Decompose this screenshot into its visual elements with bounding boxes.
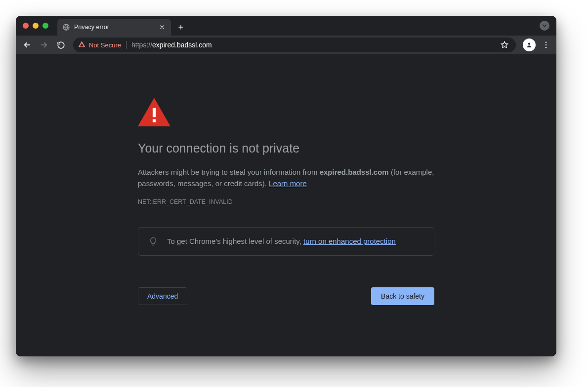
window-traffic-lights xyxy=(23,23,48,29)
globe-icon xyxy=(62,23,70,31)
url-separator: :// xyxy=(146,41,152,49)
svg-rect-1 xyxy=(82,44,82,45)
tab-title: Privacy error xyxy=(74,24,154,31)
svg-point-4 xyxy=(546,41,547,43)
warning-triangle-icon xyxy=(78,40,85,49)
window-zoom-button[interactable] xyxy=(42,23,48,29)
body-pre: Attackers might be trying to steal your … xyxy=(138,168,320,176)
svg-point-3 xyxy=(528,43,530,45)
browser-window: Privacy error xyxy=(16,16,556,356)
learn-more-link[interactable]: Learn more xyxy=(269,179,307,188)
error-code: NET::ERR_CERT_DATE_INVALID xyxy=(138,198,434,205)
large-warning-triangle-icon xyxy=(138,98,170,126)
page-title: Your connection is not private xyxy=(138,141,434,155)
omnibox-actions xyxy=(498,39,511,51)
svg-rect-8 xyxy=(153,119,156,122)
window-minimize-button[interactable] xyxy=(33,23,39,29)
lightbulb-icon xyxy=(148,236,158,246)
body-host: expired.badssl.com xyxy=(320,168,389,176)
enhanced-protection-promo: To get Chrome's highest level of securit… xyxy=(138,227,434,256)
promo-text: To get Chrome's highest level of securit… xyxy=(167,237,303,245)
url-display: https :// expired.badssl.com xyxy=(131,41,212,49)
not-secure-label: Not Secure xyxy=(89,41,121,49)
bookmark-star-icon[interactable] xyxy=(498,39,511,51)
tabs-area: Privacy error xyxy=(57,16,188,36)
url-scheme: https xyxy=(131,41,146,49)
url-host: expired.badssl.com xyxy=(152,41,212,49)
tab-active[interactable]: Privacy error xyxy=(57,19,171,36)
window-close-button[interactable] xyxy=(23,23,29,29)
tab-strip: Privacy error xyxy=(16,16,556,36)
page-content: Your connection is not private Attackers… xyxy=(16,54,556,356)
warning-body: Attackers might be trying to steal your … xyxy=(138,166,434,190)
interstitial: Your connection is not private Attackers… xyxy=(138,54,434,325)
promo-text-wrap: To get Chrome's highest level of securit… xyxy=(167,237,396,245)
reload-button[interactable] xyxy=(53,38,68,52)
enhanced-protection-link[interactable]: turn on enhanced protection xyxy=(303,237,396,245)
button-row: Advanced Back to safety xyxy=(138,287,434,305)
profile-avatar-button[interactable] xyxy=(523,39,536,51)
new-tab-button[interactable] xyxy=(174,20,188,34)
svg-point-5 xyxy=(546,44,547,46)
close-tab-icon[interactable] xyxy=(158,23,166,31)
address-bar[interactable]: Not Secure https :// expired.badssl.com xyxy=(73,38,516,52)
toolbar: Not Secure https :// expired.badssl.com xyxy=(16,36,556,54)
omnibox-divider xyxy=(126,41,126,49)
svg-point-6 xyxy=(546,47,547,48)
advanced-button[interactable]: Advanced xyxy=(138,287,187,305)
security-status[interactable]: Not Secure xyxy=(78,40,121,49)
kebab-menu-icon[interactable] xyxy=(540,39,552,51)
back-to-safety-button[interactable]: Back to safety xyxy=(371,287,434,305)
svg-rect-7 xyxy=(153,108,156,117)
tab-search-button[interactable] xyxy=(540,21,549,31)
svg-rect-2 xyxy=(82,45,82,46)
back-button[interactable] xyxy=(20,38,35,52)
forward-button[interactable] xyxy=(37,38,51,52)
